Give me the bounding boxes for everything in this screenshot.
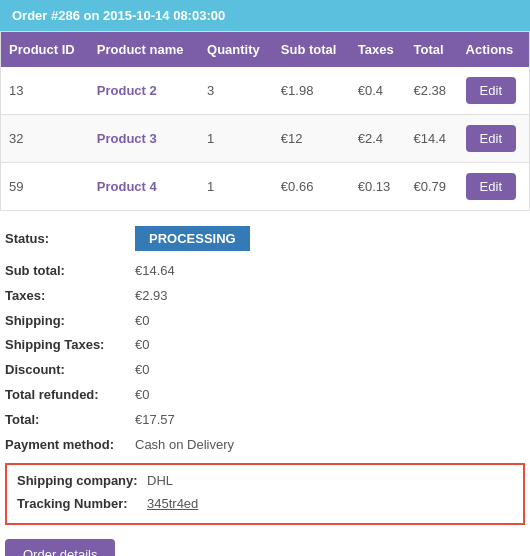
shipping-label: Shipping: bbox=[5, 311, 135, 332]
shipping-company-value: DHL bbox=[147, 471, 173, 492]
edit-button[interactable]: Edit bbox=[466, 125, 516, 152]
cell-quantity: 3 bbox=[199, 67, 273, 115]
cell-subtotal: €0.66 bbox=[273, 163, 350, 211]
tracking-number-link[interactable]: 345tr4ed bbox=[147, 494, 198, 515]
subtotal-row: Sub total: €14.64 bbox=[5, 261, 525, 282]
payment-method-value: Cash on Delivery bbox=[135, 435, 234, 456]
edit-button[interactable]: Edit bbox=[466, 77, 516, 104]
cell-taxes: €2.4 bbox=[350, 115, 406, 163]
cell-product-id: 59 bbox=[1, 163, 89, 211]
shipping-company-row: Shipping company: DHL bbox=[17, 471, 513, 492]
status-row: Status: PROCESSING bbox=[5, 226, 525, 251]
cell-product-id: 13 bbox=[1, 67, 89, 115]
total-row: Total: €17.57 bbox=[5, 410, 525, 431]
subtotal-value: €14.64 bbox=[135, 261, 175, 282]
product-link[interactable]: Product 2 bbox=[97, 83, 157, 98]
cell-taxes: €0.13 bbox=[350, 163, 406, 211]
col-subtotal: Sub total bbox=[273, 32, 350, 68]
cell-product-name: Product 3 bbox=[89, 115, 199, 163]
payment-method-label: Payment method: bbox=[5, 435, 135, 456]
discount-label: Discount: bbox=[5, 360, 135, 381]
edit-button[interactable]: Edit bbox=[466, 173, 516, 200]
total-label: Total: bbox=[5, 410, 135, 431]
cell-total: €14.4 bbox=[405, 115, 457, 163]
cell-subtotal: €12 bbox=[273, 115, 350, 163]
order-header: Order #286 on 2015-10-14 08:03:00 bbox=[0, 0, 530, 31]
total-refunded-value: €0 bbox=[135, 385, 149, 406]
shipping-box: Shipping company: DHL Tracking Number: 3… bbox=[5, 463, 525, 525]
total-value: €17.57 bbox=[135, 410, 175, 431]
shipping-taxes-row: Shipping Taxes: €0 bbox=[5, 335, 525, 356]
cell-product-name: Product 4 bbox=[89, 163, 199, 211]
shipping-row: Shipping: €0 bbox=[5, 311, 525, 332]
col-taxes: Taxes bbox=[350, 32, 406, 68]
taxes-label: Taxes: bbox=[5, 286, 135, 307]
cell-subtotal: €1.98 bbox=[273, 67, 350, 115]
cell-product-id: 32 bbox=[1, 115, 89, 163]
col-actions: Actions bbox=[458, 32, 530, 68]
order-details-button[interactable]: Order details bbox=[5, 539, 115, 556]
cell-taxes: €0.4 bbox=[350, 67, 406, 115]
cell-product-name: Product 2 bbox=[89, 67, 199, 115]
cell-quantity: 1 bbox=[199, 163, 273, 211]
discount-row: Discount: €0 bbox=[5, 360, 525, 381]
order-table: Product ID Product name Quantity Sub tot… bbox=[0, 31, 530, 211]
total-refunded-row: Total refunded: €0 bbox=[5, 385, 525, 406]
cell-actions: Edit bbox=[458, 163, 530, 211]
tracking-number-row: Tracking Number: 345tr4ed bbox=[17, 494, 513, 515]
taxes-row: Taxes: €2.93 bbox=[5, 286, 525, 307]
taxes-value: €2.93 bbox=[135, 286, 168, 307]
tracking-number-label: Tracking Number: bbox=[17, 494, 147, 515]
subtotal-label: Sub total: bbox=[5, 261, 135, 282]
shipping-taxes-label: Shipping Taxes: bbox=[5, 335, 135, 356]
table-row: 59 Product 4 1 €0.66 €0.13 €0.79 Edit bbox=[1, 163, 530, 211]
product-link[interactable]: Product 4 bbox=[97, 179, 157, 194]
table-row: 13 Product 2 3 €1.98 €0.4 €2.38 Edit bbox=[1, 67, 530, 115]
summary-section: Status: PROCESSING Sub total: €14.64 Tax… bbox=[0, 211, 530, 556]
product-link[interactable]: Product 3 bbox=[97, 131, 157, 146]
cell-total: €2.38 bbox=[405, 67, 457, 115]
col-product-name: Product name bbox=[89, 32, 199, 68]
cell-total: €0.79 bbox=[405, 163, 457, 211]
shipping-company-label: Shipping company: bbox=[17, 471, 147, 492]
cell-quantity: 1 bbox=[199, 115, 273, 163]
cell-actions: Edit bbox=[458, 67, 530, 115]
status-label: Status: bbox=[5, 231, 135, 246]
col-product-id: Product ID bbox=[1, 32, 89, 68]
col-total: Total bbox=[405, 32, 457, 68]
discount-value: €0 bbox=[135, 360, 149, 381]
table-row: 32 Product 3 1 €12 €2.4 €14.4 Edit bbox=[1, 115, 530, 163]
payment-method-row: Payment method: Cash on Delivery bbox=[5, 435, 525, 456]
total-refunded-label: Total refunded: bbox=[5, 385, 135, 406]
cell-actions: Edit bbox=[458, 115, 530, 163]
status-badge: PROCESSING bbox=[135, 226, 250, 251]
shipping-taxes-value: €0 bbox=[135, 335, 149, 356]
col-quantity: Quantity bbox=[199, 32, 273, 68]
shipping-value: €0 bbox=[135, 311, 149, 332]
